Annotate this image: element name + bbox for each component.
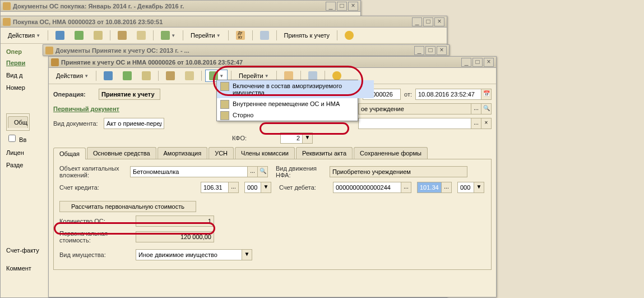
sk-account-field[interactable] <box>201 182 229 193</box>
refresh-icon[interactable] <box>71 29 87 42</box>
window-accept-list: Документы Принятие к учету ОС: 2013 г. -… <box>43 44 450 56</box>
doc-icon[interactable] <box>90 29 106 42</box>
vi-label: Вид имущества: <box>59 251 132 258</box>
scroll-icon[interactable] <box>181 70 198 82</box>
tab-strip: Общая Основные средства Амортизация УСН … <box>53 147 492 159</box>
maximize-button[interactable]: □ <box>423 17 433 26</box>
menu-item-amortization[interactable]: Включение в состав амортизируемого имуще… <box>217 80 374 98</box>
calendar-icon[interactable]: 📅 <box>481 89 492 100</box>
menu-item-move[interactable]: Внутреннее перемещение ОС и НМА <box>217 98 374 109</box>
report-icon[interactable] <box>256 29 273 42</box>
maximize-button[interactable]: □ <box>337 2 347 11</box>
tab-usn[interactable]: УСН <box>209 147 234 159</box>
save-icon[interactable] <box>52 29 68 42</box>
select-button[interactable]: ... <box>248 166 258 177</box>
select-button[interactable]: ... <box>229 182 239 193</box>
recalc-button[interactable]: Рассчитать первоначальную стоимость <box>59 201 196 212</box>
kfo-label: КФО: <box>232 135 277 141</box>
operation-field[interactable] <box>99 89 160 100</box>
tab-general[interactable]: Общая <box>53 148 86 159</box>
dropdown-button[interactable]: ▼ <box>242 249 252 260</box>
app-icon <box>3 18 11 26</box>
sd-account-field[interactable] <box>417 182 442 193</box>
save-icon[interactable] <box>100 70 117 82</box>
date-field[interactable] <box>415 89 481 100</box>
copy-icon[interactable] <box>114 29 131 42</box>
okv-label: Объект капитальных вложений: <box>59 165 127 178</box>
open-button[interactable]: 🔍 <box>258 166 268 177</box>
dropdown-button[interactable]: ▼ <box>303 132 313 144</box>
minimize-button[interactable]: _ <box>326 2 336 11</box>
actions-menu[interactable]: Действия ▼ <box>52 71 92 81</box>
menu-item-storno[interactable]: Сторно <box>217 109 374 121</box>
minimize-button[interactable]: _ <box>461 58 471 67</box>
select-button[interactable]: ... <box>442 182 452 193</box>
open-button[interactable]: 🔍 <box>481 103 492 114</box>
close-button[interactable]: × <box>434 17 444 26</box>
maximize-button[interactable]: □ <box>472 58 483 67</box>
titlebar: Покупка ОС, НМА 00000023 от 10.08.2016 2… <box>1 16 447 27</box>
window-title: Покупка ОС, НМА 00000023 от 10.08.2016 2… <box>13 19 412 25</box>
close-button[interactable]: × <box>437 46 447 55</box>
primary-doc-link[interactable]: Первичный документ <box>53 106 165 112</box>
tab-general-bg[interactable]: Общ <box>8 116 28 128</box>
doc-icon <box>220 100 229 109</box>
refresh-icon[interactable] <box>119 70 136 82</box>
institution-field[interactable] <box>358 103 471 114</box>
accept-button[interactable]: Принять к учету <box>280 30 334 40</box>
ps-field <box>136 231 214 242</box>
sk-sub-field[interactable] <box>244 182 261 193</box>
window-title: Документы ОС покупка: Январь 2014 г. - Д… <box>13 3 326 10</box>
maximize-button[interactable]: □ <box>425 46 435 55</box>
doc-type-field[interactable] <box>104 118 164 129</box>
kol-label: Количество ОС: <box>59 218 132 224</box>
scroll-icon[interactable] <box>133 29 150 42</box>
app-icon <box>3 2 11 10</box>
vdn-field[interactable] <box>330 166 467 177</box>
tab-commission[interactable]: Члены комиссии <box>235 147 295 159</box>
tab-forms[interactable]: Сохраненные формы <box>354 147 428 159</box>
titlebar: Принятие к учету ОС и НМА 00000026 от 10… <box>49 57 496 68</box>
tab-panel-general: Объект капитальных вложений: ... 🔍 Вид д… <box>53 159 492 270</box>
copy-icon[interactable] <box>162 70 179 82</box>
select-button[interactable]: ... <box>471 103 481 114</box>
help-icon[interactable] <box>341 29 358 42</box>
sk-label: Счет кредита: <box>59 184 127 191</box>
dropdown-button[interactable]: ▼ <box>261 182 271 193</box>
kfo-field[interactable] <box>280 132 303 144</box>
window-title: Принятие к учету ОС и НМА 00000026 от 10… <box>61 59 461 66</box>
minimize-button[interactable]: _ <box>412 17 422 26</box>
select-button[interactable]: ... <box>401 182 411 193</box>
doc-icon <box>51 58 59 66</box>
create-based-icon[interactable]: ▼ <box>157 29 179 42</box>
tab-assets[interactable]: Основные средства <box>87 147 156 159</box>
app-icon <box>45 47 53 54</box>
close-button[interactable]: × <box>348 2 358 11</box>
doc-icon <box>220 111 229 120</box>
actions-menu[interactable]: Действия ▼ <box>4 30 44 40</box>
tab-depreciation[interactable]: Амортизация <box>157 147 208 159</box>
clear-button[interactable]: × <box>481 118 492 129</box>
create-based-menu: Включение в состав амортизируемого имуще… <box>216 80 358 121</box>
window-title: Документы Принятие к учету ОС: 2013 г. -… <box>55 47 414 54</box>
dropdown-button[interactable]: ▼ <box>474 182 484 193</box>
minimize-button[interactable]: _ <box>414 46 424 55</box>
doc-icon[interactable] <box>138 70 155 82</box>
sd-sub-field[interactable] <box>457 182 474 193</box>
sd-code-field[interactable] <box>333 182 401 193</box>
doc-type-label: Вид документа: <box>53 120 100 127</box>
okv-field[interactable] <box>130 166 248 177</box>
titlebar: Документы Принятие к учету ОС: 2013 г. -… <box>43 45 449 56</box>
close-button[interactable]: × <box>484 58 494 67</box>
date-label: от: <box>404 91 412 98</box>
select-button[interactable]: ... <box>471 118 481 129</box>
sd-label: Счет дебета: <box>279 184 330 191</box>
toolbar: Действия ▼ ▼ Перейти ▼ ДтКт Принять к уч… <box>1 27 447 44</box>
vb-checkbox[interactable] <box>8 135 16 142</box>
dtKt-icon[interactable]: ДтКт <box>232 29 249 42</box>
vi-field[interactable] <box>136 249 242 260</box>
tab-details[interactable]: Реквизиты акта <box>296 147 353 159</box>
goto-menu[interactable]: Перейти ▼ <box>187 30 225 40</box>
vdn-label: Вид движения НФА: <box>276 165 326 178</box>
extra-field[interactable] <box>358 118 471 129</box>
